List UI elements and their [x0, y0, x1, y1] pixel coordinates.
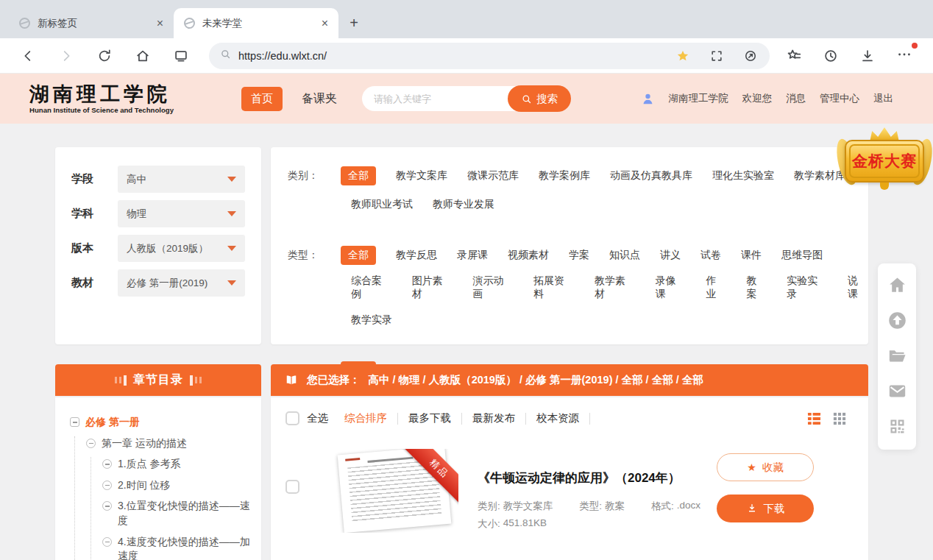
filter-option[interactable]: 教学实录 [351, 313, 392, 327]
device-monitor-icon[interactable] [172, 47, 190, 65]
collapse-minus-icon[interactable] [102, 537, 112, 547]
bookmark-star-icon[interactable] [675, 49, 690, 63]
url-bar[interactable]: https://edu.wlxt.cn/ [209, 43, 770, 69]
collapse-minus-icon[interactable] [86, 439, 96, 448]
collapse-minus-icon[interactable] [102, 501, 112, 511]
new-tab-button[interactable]: + [338, 8, 369, 38]
sort-school-resources[interactable]: 校本资源 [536, 411, 579, 425]
back-icon[interactable] [19, 47, 37, 65]
bookmarks-collection-icon[interactable] [786, 48, 802, 64]
mail-icon[interactable] [887, 381, 907, 401]
tab-close-icon[interactable]: × [322, 18, 328, 29]
star-icon: ★ [747, 461, 756, 473]
chapter-directory-title: 章节目录 [133, 372, 183, 388]
filter-option[interactable]: 教学素材 [595, 274, 636, 301]
tree-node-section[interactable]: 1.质点 参考系 [102, 457, 252, 472]
collapse-minus-icon[interactable] [102, 459, 112, 469]
filter-option[interactable]: 微课示范库 [467, 169, 519, 182]
filter-option[interactable]: 学案 [569, 249, 589, 262]
url-text[interactable]: https://edu.wlxt.cn/ [238, 50, 669, 62]
user-name[interactable]: 湖南理工学院 [669, 92, 728, 105]
scan-fullscreen-icon[interactable] [709, 49, 724, 63]
filter-option[interactable]: 作业 [706, 274, 727, 301]
chevron-down-icon [227, 177, 236, 182]
tree-node-book[interactable]: 必修 第一册 [70, 415, 252, 430]
tree-node-chapter1[interactable]: 第一章 运动的描述 [86, 436, 252, 451]
filter-option[interactable]: 教师专业发展 [433, 198, 494, 211]
share-compass-icon[interactable] [743, 49, 758, 63]
filter-option[interactable]: 实验实录 [787, 274, 828, 301]
grid-view-icon[interactable] [833, 412, 846, 425]
home-shortcut-icon[interactable] [887, 275, 907, 295]
home-icon[interactable] [134, 47, 152, 65]
filter-option[interactable]: 图片素材 [412, 274, 453, 301]
filter-option[interactable]: 说课 [848, 274, 868, 301]
chevron-down-icon [227, 211, 236, 216]
filter-option[interactable]: 全部 [341, 166, 376, 185]
filter-option[interactable]: 讲义 [660, 249, 681, 262]
filter-option[interactable]: 教学文案库 [396, 169, 447, 182]
tree-node-section[interactable]: 3.位置变化快慢的描述——速度 [102, 499, 252, 528]
textbook-select[interactable]: 必修 第一册(2019) [118, 269, 245, 297]
tab-close-icon[interactable]: × [157, 18, 163, 29]
select-all-checkbox[interactable] [285, 411, 299, 425]
edition-select[interactable]: 人教版（2019版） [118, 235, 245, 262]
filter-option[interactable]: 思维导图 [781, 249, 823, 262]
filter-option[interactable]: 录像课 [656, 274, 687, 301]
filter-option[interactable]: 试卷 [700, 249, 721, 262]
collapse-minus-icon[interactable] [70, 417, 79, 427]
forward-icon[interactable] [57, 47, 75, 65]
filter-option[interactable]: 综合案例 [351, 274, 392, 301]
filter-option[interactable]: 理化生实验室 [712, 169, 774, 182]
history-clock-icon[interactable] [823, 48, 839, 64]
filter-option[interactable]: 教师职业考试 [351, 198, 413, 211]
filter-option[interactable]: 课件 [741, 249, 762, 262]
gold-bridge-contest-badge[interactable]: 金桥大赛 [837, 127, 932, 202]
filter-option[interactable]: 全部 [341, 246, 376, 265]
menu-dots-icon[interactable] [896, 46, 912, 63]
list-view-icon[interactable] [807, 412, 821, 425]
back-to-top-icon[interactable] [887, 311, 907, 330]
nav-lesson-folder[interactable]: 备课夹 [302, 91, 337, 107]
filter-row-subject: 学科 物理 [71, 200, 245, 227]
result-title[interactable]: 《牛顿运动定律的应用》（2024年） [478, 469, 700, 486]
filter-option[interactable]: 视频素材 [508, 249, 549, 262]
filter-option[interactable]: 动画及仿真教具库 [610, 169, 692, 182]
item-checkbox[interactable] [285, 480, 299, 494]
logout-link[interactable]: 退出 [873, 92, 893, 105]
sound-bars-decoration [115, 375, 127, 386]
messages-link[interactable]: 消息 [786, 92, 806, 105]
tab-wlxt[interactable]: 未来学堂 × [174, 8, 338, 38]
filter-option[interactable]: 教案 [746, 274, 767, 301]
downloads-icon[interactable] [859, 48, 876, 64]
subject-select[interactable]: 物理 [118, 200, 245, 227]
site-logo[interactable]: 湖南理工学院 Hunan Institute of Science and Te… [29, 83, 174, 115]
admin-center-link[interactable]: 管理中心 [820, 92, 859, 105]
browser-menu-button[interactable] [896, 46, 912, 65]
filter-option[interactable]: 录屏课 [457, 249, 488, 262]
search-button[interactable]: 搜索 [508, 85, 571, 112]
filter-option[interactable]: 教学反思 [396, 249, 437, 262]
sort-most-downloaded[interactable]: 最多下载 [408, 411, 451, 425]
filter-option[interactable]: 教学案例库 [539, 169, 590, 182]
favorite-button[interactable]: ★ 收藏 [717, 453, 814, 481]
tree-node-section[interactable]: 4.速度变化快慢的描述——加速度 [102, 535, 252, 560]
sort-newest[interactable]: 最新发布 [472, 411, 515, 425]
filter-option[interactable]: 拓展资料 [533, 274, 575, 301]
document-thumbnail[interactable]: 精品 [332, 449, 458, 533]
folder-open-icon[interactable] [887, 346, 907, 366]
stage-select[interactable]: 高中 [118, 166, 245, 193]
tab-favicon-icon [184, 18, 195, 29]
reload-icon[interactable] [96, 47, 113, 65]
nav-home-button[interactable]: 首页 [241, 87, 283, 111]
filter-option[interactable]: 知识点 [609, 249, 640, 262]
qr-code-icon[interactable] [887, 417, 907, 436]
user-avatar-icon[interactable] [641, 92, 655, 106]
result-item: 精品 《牛顿运动定律的应用》（2024年） 类别:教学文案库 类型:教案 格式:… [285, 449, 854, 533]
download-button[interactable]: 下载 [717, 495, 814, 522]
sort-comprehensive[interactable]: 综合排序 [344, 411, 387, 425]
filter-option[interactable]: 演示动画 [473, 274, 514, 301]
collapse-minus-icon[interactable] [102, 481, 112, 490]
tab-new-tab-page[interactable]: 新标签页 × [9, 8, 174, 38]
tree-node-section[interactable]: 2.时间 位移 [102, 478, 252, 493]
